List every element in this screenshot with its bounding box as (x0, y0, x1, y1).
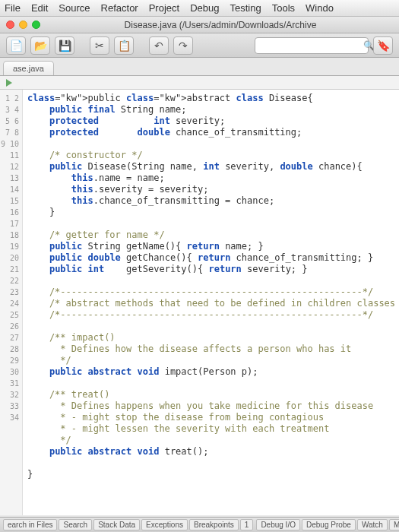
menu-tools[interactable]: Tools (272, 2, 295, 14)
search-box[interactable]: 🔍 (255, 37, 369, 54)
redo-button[interactable]: ↷ (173, 36, 193, 55)
menu-source[interactable]: Source (59, 2, 90, 14)
sb-search[interactable]: Search (59, 519, 92, 530)
sb-search-files[interactable]: earch in Files (3, 519, 57, 530)
cut-button[interactable]: ✂ (90, 36, 109, 55)
sb-stack[interactable]: Stack Data (93, 519, 140, 530)
window-title: Disease.java (/Users/admin/Downloads/Arc… (48, 20, 393, 30)
zoom-window-button[interactable] (32, 21, 40, 29)
sb-debugprobe[interactable]: Debug Probe (302, 519, 356, 530)
menu-window[interactable]: Windo (306, 2, 334, 14)
search-input[interactable] (258, 41, 363, 50)
run-icon[interactable] (6, 79, 12, 87)
statusbar: earch in Files Search Stack Data Excepti… (0, 517, 399, 532)
traffic-lights (6, 21, 40, 29)
close-window-button[interactable] (6, 21, 14, 29)
file-tab[interactable]: ase.java (3, 61, 54, 75)
copy-button[interactable]: 📋 (114, 36, 134, 55)
menubar: File Edit Source Refactor Project Debug … (0, 0, 399, 17)
sb-modules[interactable]: Modules (389, 519, 399, 530)
open-file-button[interactable]: 📂 (30, 36, 50, 55)
menu-file[interactable]: File (5, 2, 21, 14)
menu-debug[interactable]: Debug (190, 2, 219, 14)
code-area[interactable]: class="kw">public class="kw">abstract cl… (23, 90, 399, 515)
tabbar: ase.java (0, 58, 399, 76)
minimize-window-button[interactable] (19, 21, 27, 29)
menu-edit[interactable]: Edit (31, 2, 48, 14)
sb-watch[interactable]: Watch (357, 519, 388, 530)
line-gutter: 1 2 3 4 5 6 7 8 9 10 11 12 13 14 15 16 1… (0, 90, 23, 515)
sb-one[interactable]: 1 (240, 519, 254, 530)
menu-project[interactable]: Project (149, 2, 179, 14)
save-button[interactable]: 💾 (55, 36, 74, 55)
undo-button[interactable]: ↶ (149, 36, 169, 55)
sb-exceptions[interactable]: Exceptions (141, 519, 188, 530)
bookmark-button[interactable]: 🔖 (373, 36, 393, 55)
menu-testing[interactable]: Testing (230, 2, 261, 14)
sb-breakpoints[interactable]: Breakpoints (189, 519, 239, 530)
run-gutter (0, 76, 399, 90)
menu-refactor[interactable]: Refactor (101, 2, 138, 14)
code-editor[interactable]: 1 2 3 4 5 6 7 8 9 10 11 12 13 14 15 16 1… (0, 90, 399, 515)
window-titlebar: Disease.java (/Users/admin/Downloads/Arc… (0, 17, 399, 33)
sb-debugio[interactable]: Debug I/O (256, 519, 300, 530)
new-file-button[interactable]: 📄 (6, 36, 26, 55)
toolbar: 📄 📂 💾 ✂ 📋 ↶ ↷ 🔍 🔖 (0, 33, 399, 58)
